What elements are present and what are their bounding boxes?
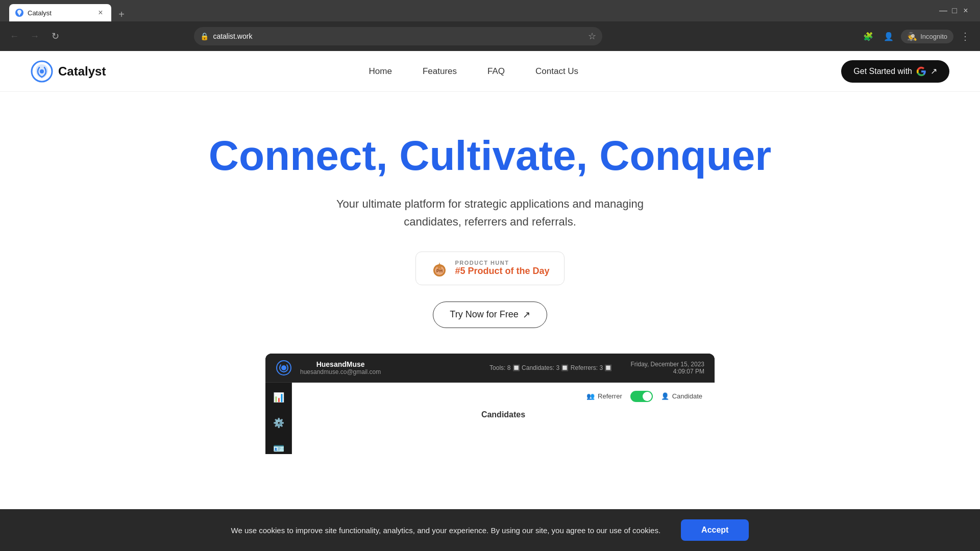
tab-favicon: [15, 9, 23, 17]
browser-tab-active[interactable]: Catalyst ×: [9, 4, 111, 21]
product-hunt-label: PRODUCT HUNT: [455, 260, 549, 266]
hero-subtext: Your ultimate platform for strategic app…: [311, 195, 669, 231]
incognito-label: Incognito: [920, 33, 947, 40]
product-hunt-badge[interactable]: PH PRODUCT HUNT #5 Product of the Day: [415, 252, 564, 285]
sidebar-card-icon[interactable]: 🪪: [270, 440, 287, 454]
tab-bar: Catalyst × +: [9, 0, 939, 21]
tab-close-button[interactable]: ×: [96, 8, 105, 17]
app-user-email: huesandmuse.co@gmail.com: [300, 368, 381, 375]
app-user-info: HuesandMuse huesandmuse.co@gmail.com: [300, 360, 381, 375]
external-link-icon: ↗: [930, 66, 937, 76]
incognito-icon: 🕵️: [907, 32, 917, 41]
svg-point-7: [281, 365, 286, 370]
address-bar[interactable]: 🔒 ☆: [194, 27, 602, 45]
app-user-name: HuesandMuse: [300, 360, 381, 368]
app-time: 4:09:07 PM: [630, 368, 704, 375]
try-now-label: Try Now for Free: [450, 309, 518, 320]
google-icon: [916, 66, 926, 77]
nav-contact-link[interactable]: Contact Us: [535, 66, 578, 76]
menu-button[interactable]: ⋮: [958, 28, 974, 44]
get-started-button[interactable]: Get Started with ↗: [841, 60, 949, 83]
profile-button[interactable]: 👤: [880, 28, 897, 44]
app-stats-text: Tools: 8 🔲 Candidates: 3 🔲 Referrers: 3 …: [489, 364, 612, 371]
cookie-banner: We use cookies to improve site functiona…: [0, 509, 980, 551]
candidate-label: 👤 Candidate: [661, 392, 702, 400]
catalyst-logo-icon: [31, 60, 53, 83]
svg-text:PH: PH: [436, 268, 443, 273]
candidate-icon: 👤: [661, 392, 669, 400]
app-logo-small: [276, 360, 292, 376]
website-content: Catalyst Home Features FAQ Contact Us Ge…: [0, 51, 980, 551]
app-stats: Tools: 8 🔲 Candidates: 3 🔲 Referrers: 3 …: [489, 364, 612, 371]
app-body: 📊 ⚙️ 🪪 👥 Referrer 👤 Candidate: [265, 383, 715, 454]
sidebar-tools-icon[interactable]: ⚙️: [270, 414, 287, 432]
nav-features-link[interactable]: Features: [423, 66, 457, 76]
referrer-label: 👥 Referrer: [586, 392, 622, 400]
app-main: 👥 Referrer 👤 Candidate Candidates: [292, 383, 715, 454]
app-screenshot: HuesandMuse huesandmuse.co@gmail.com Too…: [265, 354, 715, 454]
bookmark-icon[interactable]: ☆: [588, 31, 596, 42]
new-tab-button[interactable]: +: [114, 7, 129, 21]
window-close-button[interactable]: ×: [962, 7, 970, 15]
app-header: HuesandMuse huesandmuse.co@gmail.com Too…: [265, 354, 715, 383]
hero-section: Connect, Cultivate, Conquer Your ultimat…: [0, 92, 980, 474]
browser-chrome: Catalyst × + — □ × ← → ↻ 🔒 ☆ 🧩 👤 🕵️ Inco…: [0, 0, 980, 51]
product-hunt-rank: #5 Product of the Day: [455, 266, 549, 277]
logo-text: Catalyst: [58, 64, 106, 79]
maximize-button[interactable]: □: [950, 7, 959, 15]
app-date: Friday, December 15, 2023: [630, 361, 704, 368]
try-now-button[interactable]: Try Now for Free ↗: [433, 302, 547, 328]
browser-address-bar: ← → ↻ 🔒 ☆ 🧩 👤 🕵️ Incognito ⋮: [0, 21, 980, 51]
browser-actions: 🧩 👤 🕵️ Incognito ⋮: [860, 28, 974, 44]
toggle-row: 👥 Referrer 👤 Candidate: [304, 391, 702, 402]
referrer-icon: 👥: [586, 392, 595, 400]
navbar: Catalyst Home Features FAQ Contact Us Ge…: [0, 51, 980, 92]
extensions-button[interactable]: 🧩: [860, 28, 876, 44]
app-datetime: Friday, December 15, 2023 4:09:07 PM: [630, 361, 704, 375]
cookie-text: We use cookies to improve site functiona…: [231, 526, 661, 535]
product-hunt-medal-icon: PH: [430, 259, 449, 278]
referrer-toggle[interactable]: [630, 391, 653, 402]
get-started-label: Get Started with: [853, 67, 912, 76]
app-sidebar: 📊 ⚙️ 🪪: [265, 383, 292, 454]
tab-title: Catalyst: [28, 9, 92, 17]
forward-button[interactable]: →: [27, 28, 43, 44]
minimize-button[interactable]: —: [939, 7, 947, 15]
accept-cookies-button[interactable]: Accept: [681, 519, 749, 541]
reload-button[interactable]: ↻: [47, 28, 63, 44]
product-hunt-text: PRODUCT HUNT #5 Product of the Day: [455, 260, 549, 277]
candidates-title: Candidates: [304, 410, 702, 419]
url-input[interactable]: [213, 32, 584, 40]
nav-logo[interactable]: Catalyst: [31, 60, 106, 83]
sidebar-chart-icon[interactable]: 📊: [270, 389, 287, 406]
incognito-badge: 🕵️ Incognito: [901, 30, 953, 43]
try-now-external-icon: ↗: [523, 309, 530, 320]
nav-faq-link[interactable]: FAQ: [487, 66, 505, 76]
svg-point-1: [40, 69, 44, 73]
nav-home-link[interactable]: Home: [369, 66, 392, 76]
hero-headline: Connect, Cultivate, Conquer: [20, 133, 960, 179]
back-button[interactable]: ←: [6, 28, 22, 44]
browser-title-bar: Catalyst × + — □ ×: [0, 0, 980, 21]
nav-links: Home Features FAQ Contact Us: [369, 66, 579, 77]
lock-icon: 🔒: [200, 32, 209, 40]
